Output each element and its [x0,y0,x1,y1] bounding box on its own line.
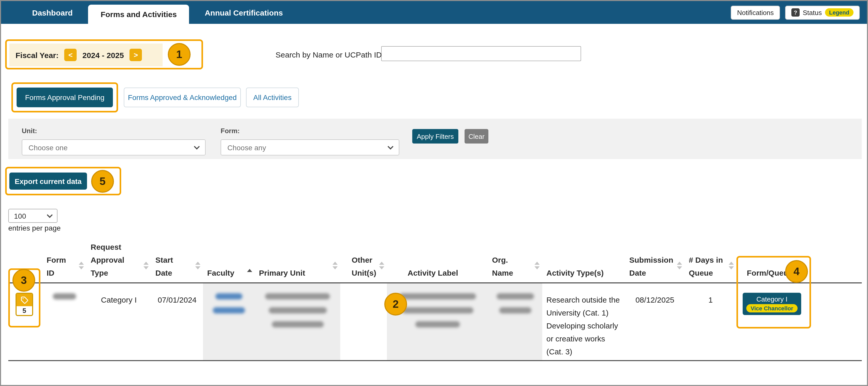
queue-badge: Vice Chancellor [747,304,798,312]
legend-badge[interactable]: Legend [825,8,854,17]
app-window: Dashboard Forms and Activities Annual Ce… [0,0,868,386]
tab-all-activities[interactable]: All Activities [246,88,299,107]
search-input[interactable] [381,46,581,61]
activity-types-cell: Research outside the University (Cat. 1)… [542,284,625,360]
tab-forms-approval-pending[interactable]: Forms Approval Pending [17,88,113,107]
page-size-value: 100 [14,212,26,220]
redacted-text [402,307,473,314]
form-id-cell [42,284,87,360]
tag-count: 5 [17,306,32,315]
chevron-down-icon [47,212,53,218]
sort-ascending-icon[interactable] [247,258,252,271]
form-filter-select[interactable]: Choose any [221,139,399,155]
form-queue-category: Category I [756,296,787,303]
form-queue-cell: Category I Vice Chancellor [737,284,862,360]
days-in-queue-cell: 1 [685,284,737,360]
column-header-form-id[interactable]: Form ID [42,242,87,283]
status-button[interactable]: ? Status Legend [785,5,860,20]
apply-filters-button[interactable]: Apply Filters [412,129,458,144]
fiscal-year-selector: Fiscal Year: < 2024 - 2025 > [9,43,163,66]
fiscal-year-prev-button[interactable]: < [64,49,76,61]
column-header-primary-unit[interactable]: Primary Unit [255,242,340,283]
annotation-circle-2: 2 [384,293,407,316]
tag-cell: 5 [8,284,42,360]
clear-filters-button[interactable]: Clear [465,129,488,144]
tab-annual-certifications[interactable]: Annual Certifications [205,8,283,17]
chevron-down-icon [388,144,394,149]
org-name-cell [488,284,542,360]
column-header-activity-types: Activity Type(s) [542,242,625,283]
start-date-cell: 07/01/2024 [151,284,203,360]
unit-filter-select[interactable]: Choose one [22,139,206,155]
redacted-text [272,321,323,327]
help-icon: ? [792,8,800,17]
entries-per-page-label: entries per page [8,224,61,232]
column-header-activity-label: Activity Label [387,242,488,283]
redacted-text [415,321,460,327]
column-header-start-date[interactable]: Start Date [151,242,203,283]
faculty-link-redacted[interactable] [213,307,245,314]
status-label: Status [803,8,822,16]
redacted-text [496,293,534,299]
sort-icon[interactable] [79,262,84,269]
search-label: Search by Name or UCPath ID: [276,50,384,59]
column-header-submission-date[interactable]: Submission Date [625,242,685,283]
column-header-faculty[interactable]: Faculty [203,242,255,283]
annotation-circle-1: 1 [168,43,191,66]
redacted-text [399,293,476,299]
table-header: Form ID Request Approval Type Start Date… [8,242,862,284]
tab-dashboard[interactable]: Dashboard [32,8,73,17]
form-filter-value: Choose any [227,143,266,152]
request-approval-type-cell: Category I [87,284,151,360]
form-filter-label: Form: [221,127,240,135]
sort-icon[interactable] [195,262,200,269]
sort-icon[interactable] [144,262,149,269]
annotation-circle-3: 3 [12,269,35,292]
notifications-label: Notifications [737,8,774,16]
form-queue-button[interactable]: Category I Vice Chancellor [743,293,801,315]
top-navbar: Dashboard Forms and Activities Annual Ce… [1,1,867,24]
export-current-data-button[interactable]: Export current data [9,173,87,190]
redacted-text [269,307,327,314]
tab-forms-approved-acknowledged[interactable]: Forms Approved & Acknowledged [124,88,241,107]
faculty-cell [203,284,255,360]
redacted-text [265,293,330,299]
sort-icon[interactable] [379,262,384,269]
column-header-request-approval-type[interactable]: Request Approval Type [87,242,151,283]
table-row: 5 Category I 07/01/2024 Research outside… [8,284,862,361]
fiscal-year-value: 2024 - 2025 [82,51,124,59]
notifications-button[interactable]: Notifications [731,5,780,20]
other-units-cell [340,284,387,360]
tags-button[interactable]: 5 [16,293,33,316]
page-size-select[interactable]: 100 [8,209,58,223]
fiscal-year-label: Fiscal Year: [16,51,59,59]
column-header-other-units[interactable]: Other Unit(s) [340,242,387,283]
sort-icon[interactable] [677,262,682,269]
sort-icon[interactable] [333,262,338,269]
faculty-link-redacted[interactable] [215,293,242,299]
fiscal-year-next-button[interactable]: > [129,49,142,61]
column-header-org-name[interactable]: Org. Name [488,242,542,283]
sort-icon[interactable] [534,262,540,269]
chevron-down-icon [194,144,200,149]
tag-icon [17,294,32,306]
annotation-circle-4: 4 [785,260,808,283]
unit-filter-label: Unit: [22,127,37,135]
submission-date-cell: 08/12/2025 [625,284,685,360]
redacted-text [499,307,531,314]
primary-unit-cell [255,284,340,360]
filter-bar: Unit: Choose one Form: Choose any Apply … [8,119,862,159]
tab-forms-and-activities[interactable]: Forms and Activities [88,5,189,24]
annotation-circle-5: 5 [91,170,114,193]
unit-filter-value: Choose one [29,143,68,152]
column-header-days-in-queue[interactable]: # Days in Queue [685,242,737,283]
sort-icon[interactable] [729,262,734,269]
redacted-text [53,293,76,299]
